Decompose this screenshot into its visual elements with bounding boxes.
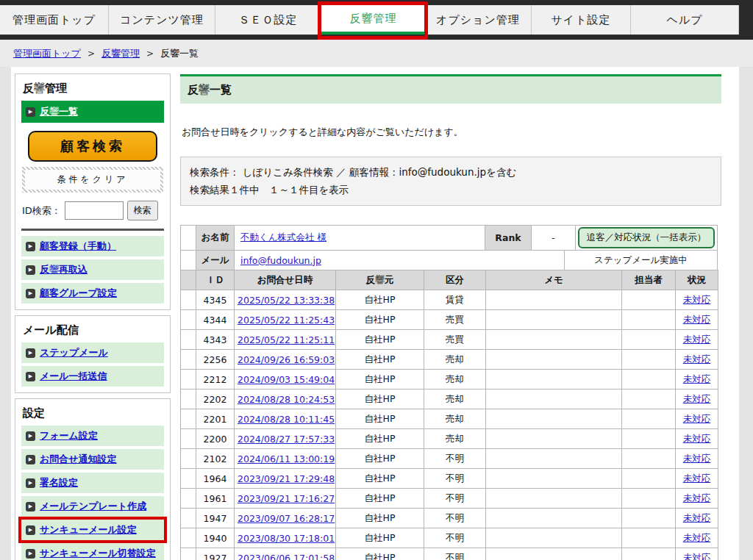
inquiry-datetime: 2023/06/06 17:01:58 <box>235 548 336 560</box>
nav-tab[interactable]: オプション管理 <box>425 5 532 35</box>
inquiry-category: 不明 <box>424 528 486 548</box>
inquiry-status-link[interactable]: 未対応 <box>683 453 711 464</box>
sidebar-item-hankyo-ichiran[interactable]: ▶ 反響一覧 <box>21 101 164 123</box>
breadcrumb-link-hankyo[interactable]: 反響管理 <box>101 47 140 60</box>
inquiry-datetime-link[interactable]: 2023/09/21 17:29:48 <box>238 473 335 484</box>
sidebar-item[interactable]: ▶メール一括送信 <box>21 366 164 387</box>
inquiry-status: 未対応 <box>676 528 718 548</box>
inquiry-status-link[interactable]: 未対応 <box>683 373 711 384</box>
table-row: 22012024/08/28 10:11:45自社HP売却未対応 <box>181 409 718 429</box>
inquiry-datetime: 2025/05/22 13:33:38 <box>235 290 336 310</box>
sidebar-item[interactable]: ▶反響再取込 <box>21 259 164 280</box>
inquiry-datetime: 2024/08/28 10:11:45 <box>235 409 336 429</box>
inquiry-status-link[interactable]: 未対応 <box>683 552 711 560</box>
sidebar-link[interactable]: 署名設定 <box>40 476 78 489</box>
nav-tab[interactable]: 反響管理 <box>321 5 425 35</box>
sidebar-item[interactable]: ▶顧客グループ設定 <box>21 283 164 304</box>
arrow-right-icon: ▶ <box>26 478 35 488</box>
inquiry-status: 未対応 <box>676 390 718 409</box>
inquiry-staff <box>622 370 676 390</box>
nav-tab[interactable]: ＳＥＯ設定 <box>215 5 321 35</box>
inquiry-source: 自社HP <box>336 350 424 370</box>
inquiry-status-link[interactable]: 未対応 <box>683 492 711 503</box>
sidebar-item[interactable]: ▶フォーム設定 <box>21 426 164 446</box>
sidebar-link[interactable]: 反響再取込 <box>40 263 88 276</box>
sidebar-link[interactable]: 顧客登録（手動） <box>40 240 116 253</box>
inquiry-datetime-link[interactable]: 2024/08/28 10:24:53 <box>238 394 335 405</box>
inquiry-source: 自社HP <box>336 469 424 489</box>
sidebar-item[interactable]: ▶メールテンプレート作成 <box>21 496 164 517</box>
inquiry-datetime-link[interactable]: 2023/09/07 16:28:17 <box>238 513 335 524</box>
inquiry-datetime-link[interactable]: 2025/05/22 13:33:38 <box>238 295 335 306</box>
sidebar-item[interactable]: ▶お問合せ通知設定 <box>21 449 164 470</box>
sidebar-link[interactable]: サンキューメール設定 <box>40 523 137 536</box>
inquiry-staff <box>622 290 676 310</box>
sidebar-item[interactable]: ▶顧客登録（手動） <box>21 236 164 256</box>
inquiry-status-link[interactable]: 未対応 <box>683 353 711 365</box>
inquiry-status-link[interactable]: 未対応 <box>683 433 711 444</box>
sidebar-item[interactable]: ▶ステップメール <box>21 342 164 363</box>
inquiry-datetime-link[interactable]: 2023/06/06 17:01:58 <box>238 553 335 560</box>
nav-tab[interactable]: コンテンツ管理 <box>109 5 215 35</box>
divider <box>21 229 164 231</box>
nav-tab[interactable]: ヘルプ <box>631 5 739 35</box>
arrow-right-icon: ▶ <box>26 455 35 464</box>
nav-tab[interactable]: サイト設定 <box>532 5 631 35</box>
inquiry-status-link[interactable]: 未対応 <box>683 473 711 484</box>
id-search-input[interactable] <box>65 201 124 220</box>
inquiry-category: 不明 <box>424 469 486 489</box>
sidebar-item[interactable]: ▶署名設定 <box>21 473 164 493</box>
inquiry-datetime-link[interactable]: 2024/08/27 17:57:33 <box>238 434 335 445</box>
inquiry-datetime-link[interactable]: 2024/09/26 16:59:03 <box>238 354 335 365</box>
inquiry-staff <box>622 390 676 409</box>
id-search-submit-button[interactable]: 検索 <box>127 201 158 220</box>
inquiry-datetime-link[interactable]: 2024/06/11 13:00:19 <box>238 453 335 464</box>
inquiry-datetime-link[interactable]: 2025/05/22 11:25:43 <box>238 315 335 326</box>
clear-conditions-button[interactable]: 条件をクリア <box>22 167 163 193</box>
customer-name-cell: 不動くん株式会社 様 <box>235 225 485 250</box>
inquiry-status-link[interactable]: 未対応 <box>683 532 711 543</box>
inquiry-status-link[interactable]: 未対応 <box>683 512 711 523</box>
inquiry-status-link[interactable]: 未対応 <box>683 413 711 424</box>
sidebar-link[interactable]: フォーム設定 <box>40 429 98 442</box>
inquiry-datetime: 2025/05/22 11:25:43 <box>235 310 336 330</box>
inquiry-status-link[interactable]: 未対応 <box>683 314 711 325</box>
inquiry-datetime-link[interactable]: 2024/09/03 15:49:04 <box>238 374 335 385</box>
breadcrumb-link-admin-top[interactable]: 管理画面トップ <box>13 47 81 60</box>
rank-value: - <box>532 225 576 250</box>
sidebar-link[interactable]: サンキューメール切替設定 <box>40 547 156 560</box>
inquiry-datetime-link[interactable]: 2023/09/21 17:16:27 <box>238 493 335 504</box>
sidebar-link[interactable]: ステップメール <box>40 346 108 359</box>
inquiry-status: 未対応 <box>676 548 718 560</box>
inquiry-status-link[interactable]: 未対応 <box>683 393 711 404</box>
inquiry-datetime-link[interactable]: 2023/08/30 17:18:01 <box>238 533 335 544</box>
sidebar-links-group1: ▶顧客登録（手動）▶反響再取込▶顧客グループ設定 <box>21 236 164 304</box>
sidebar-link[interactable]: メールテンプレート作成 <box>40 500 146 513</box>
inquiry-datetime-link[interactable]: 2024/08/28 10:11:45 <box>238 414 335 425</box>
column-header: 反響元 <box>336 270 424 290</box>
sidebar-link[interactable]: 顧客グループ設定 <box>40 287 117 300</box>
sidebar-item[interactable]: ▶サンキューメール切替設定 <box>21 543 164 560</box>
inquiry-category: 売却 <box>424 409 486 429</box>
inquiry-status: 未対応 <box>676 370 718 390</box>
follow-status-button[interactable]: 追客／対応状況（一括表示） <box>578 227 715 248</box>
sidebar-link[interactable]: お問合せ通知設定 <box>40 453 117 466</box>
table-row: 22562024/09/26 16:59:03自社HP売却未対応 <box>181 350 718 370</box>
inquiry-datetime-link[interactable]: 2025/05/22 11:25:11 <box>238 334 335 345</box>
inquiry-id: 2201 <box>196 409 235 429</box>
sidebar-item[interactable]: ▶サンキューメール設定 <box>21 520 164 540</box>
hankyo-ichiran-link[interactable]: 反響一覧 <box>40 105 78 118</box>
sidebar-section-title: 設定 <box>21 404 164 426</box>
customer-name-link[interactable]: 不動くん株式会社 様 <box>240 231 326 244</box>
sidebar-link[interactable]: メール一括送信 <box>40 370 107 383</box>
customer-search-button[interactable]: 顧客検索 <box>28 131 157 162</box>
inquiry-status-link[interactable]: 未対応 <box>683 334 711 345</box>
inquiry-id: 4343 <box>196 330 235 350</box>
row-select-cell <box>181 350 196 370</box>
breadcrumb-separator: > <box>88 49 95 59</box>
customer-mail-link[interactable]: info@fudoukun.jp <box>240 255 321 266</box>
inquiry-id: 2200 <box>196 429 235 449</box>
inquiry-source: 自社HP <box>336 489 424 509</box>
inquiry-status-link[interactable]: 未対応 <box>683 294 711 305</box>
nav-tab[interactable]: 管理画面トップ <box>0 5 109 35</box>
